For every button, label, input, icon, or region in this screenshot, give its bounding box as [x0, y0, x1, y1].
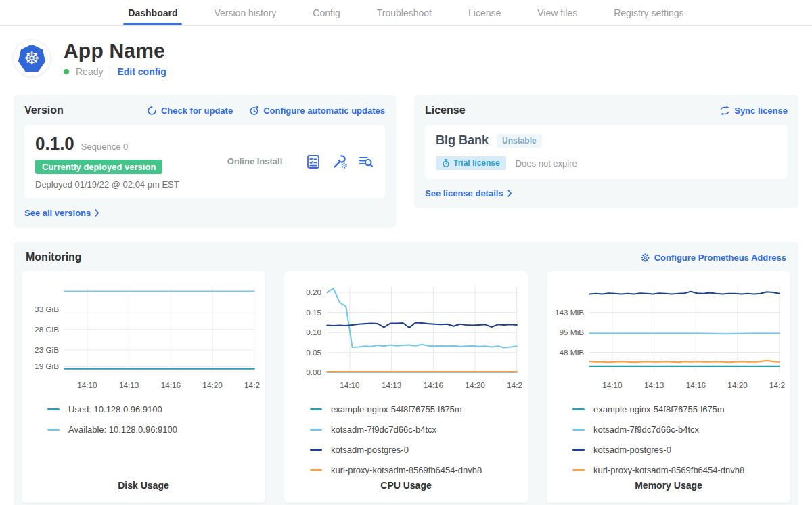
- tab-version-history[interactable]: Version history: [214, 0, 276, 25]
- memory-usage-title: Memory Usage: [552, 480, 785, 495]
- edit-config-link[interactable]: Edit config: [117, 66, 166, 77]
- trial-license-badge: Trial license: [436, 156, 506, 170]
- svg-text:14:20: 14:20: [727, 380, 748, 389]
- tab-license[interactable]: License: [468, 0, 501, 25]
- top-nav: Dashboard Version history Config Trouble…: [0, 0, 812, 26]
- configure-prometheus-button[interactable]: Configure Prometheus Address: [640, 252, 786, 263]
- cpu-usage-chart[interactable]: 0.200.150.100.050.0014:1014:1314:1614:20…: [290, 280, 522, 396]
- license-name: Big Bank: [436, 133, 489, 148]
- legend-item: kotsadm-postgres-0: [572, 445, 785, 455]
- svg-text:143 MiB: 143 MiB: [555, 308, 584, 317]
- memory-usage-chart[interactable]: 143 MiB95 MiB48 MiB14:1014:1314:1614:201…: [552, 280, 785, 396]
- legend-item: Available: 10.128.0.96:9100: [47, 424, 260, 435]
- swap-arrows-icon: [719, 106, 730, 116]
- status-dot-icon: [64, 69, 69, 74]
- legend-swatch: [572, 469, 585, 471]
- svg-text:14:10: 14:10: [602, 380, 623, 389]
- app-header: ☸ App Name Ready Edit config: [14, 39, 798, 77]
- tab-registry-settings[interactable]: Registry settings: [614, 0, 683, 25]
- svg-text:33 GiB: 33 GiB: [35, 305, 59, 313]
- license-expiry: Does not expire: [516, 158, 577, 169]
- page-content: ☸ App Name Ready Edit config Version Che…: [0, 39, 812, 505]
- legend-item: kotsadm-7f9dc7d66c-b4tcx: [572, 424, 785, 435]
- disk-usage-title: Disk Usage: [27, 480, 260, 495]
- legend-label: Available: 10.128.0.96:9100: [68, 424, 177, 435]
- legend-swatch: [310, 469, 322, 471]
- disk-usage-card: 33 GiB28 GiB23 GiB19 GiB14:1014:1314:161…: [22, 271, 265, 503]
- svg-text:14:13: 14:13: [382, 380, 402, 389]
- page-title: App Name: [64, 39, 166, 62]
- legend-label: kotsadm-postgres-0: [593, 445, 671, 455]
- svg-text:14:16: 14:16: [161, 380, 181, 389]
- sync-license-button[interactable]: Sync license: [719, 106, 788, 116]
- chevron-right-icon: [508, 190, 512, 197]
- license-card: License Sync license Big Bank Unstable T…: [414, 95, 798, 208]
- legend-label: example-nginx-54f8f76755-l675m: [593, 404, 725, 414]
- svg-text:0.00: 0.00: [306, 368, 321, 376]
- legend-label: kotsadm-7f9dc7d66c-b4tcx: [593, 424, 699, 435]
- legend-item: kurl-proxy-kotsadm-8569fb6454-dnvh8: [572, 465, 785, 475]
- legend-item: kotsadm-postgres-0: [310, 445, 522, 455]
- legend-label: Used: 10.128.0.96:9100: [68, 404, 162, 414]
- tab-config[interactable]: Config: [313, 0, 340, 25]
- see-all-versions-link[interactable]: See all versions: [24, 208, 99, 218]
- svg-text:14:10: 14:10: [340, 380, 360, 389]
- legend-swatch: [47, 408, 60, 410]
- memory-usage-card: 143 MiB95 MiB48 MiB14:1014:1314:1614:201…: [547, 271, 790, 503]
- configure-automatic-updates-button[interactable]: Configure automatic updates: [249, 106, 385, 116]
- version-card: Version Check for update Configure autom…: [14, 95, 396, 228]
- legend-item: kotsadm-7f9dc7d66c-b4tcx: [310, 424, 522, 435]
- current-version-box: 0.1.0 Sequence 0 Currently deployed vers…: [24, 125, 385, 198]
- charts-row: 33 GiB28 GiB23 GiB19 GiB14:1014:1314:161…: [22, 271, 790, 503]
- svg-text:48 MiB: 48 MiB: [559, 348, 584, 357]
- deploy-logs-icon[interactable]: [358, 154, 374, 170]
- legend-swatch: [310, 408, 322, 410]
- check-for-update-button[interactable]: Check for update: [147, 106, 233, 116]
- clock-refresh-icon: [249, 106, 259, 116]
- cpu-usage-card: 0.200.150.100.050.0014:1014:1314:1614:20…: [284, 271, 528, 503]
- tab-troubleshoot[interactable]: Troubleshoot: [377, 0, 432, 25]
- deployed-timestamp: Deployed 01/19/22 @ 02:04 pm EST: [35, 179, 179, 190]
- divider: [110, 66, 110, 77]
- see-license-details-link[interactable]: See license details: [425, 188, 512, 198]
- svg-text:19 GiB: 19 GiB: [35, 361, 59, 370]
- chart-legend: example-nginx-54f8f76755-l675mkotsadm-7f…: [310, 404, 522, 475]
- channel-badge: Unstable: [497, 134, 542, 148]
- legend-label: kotsadm-postgres-0: [331, 445, 409, 455]
- legend-label: kurl-proxy-kotsadm-8569fb6454-dnvh8: [593, 465, 744, 475]
- tab-view-files[interactable]: View files: [537, 0, 577, 25]
- svg-text:0.20: 0.20: [306, 288, 321, 297]
- refresh-icon: [147, 106, 157, 116]
- svg-text:14:20: 14:20: [202, 380, 223, 389]
- legend-swatch: [310, 429, 322, 431]
- license-box: Big Bank Unstable Trial license Does not…: [425, 125, 788, 179]
- tab-dashboard[interactable]: Dashboard: [128, 0, 177, 25]
- svg-text:14:23: 14:23: [507, 380, 522, 389]
- svg-text:28 GiB: 28 GiB: [35, 325, 59, 334]
- disk-usage-chart[interactable]: 33 GiB28 GiB23 GiB19 GiB14:1014:1314:161…: [27, 280, 260, 396]
- kubernetes-wheel-icon: ☸: [18, 45, 46, 72]
- license-card-title: License: [425, 104, 466, 116]
- chart-legend: Used: 10.128.0.96:9100Available: 10.128.…: [47, 404, 260, 435]
- svg-text:14:10: 14:10: [77, 380, 97, 389]
- version-number: 0.1.0: [35, 133, 74, 154]
- preflight-checks-icon[interactable]: [305, 154, 321, 170]
- install-type-label: Online Install: [204, 156, 305, 167]
- gear-icon: [640, 252, 650, 263]
- svg-text:14:23: 14:23: [244, 380, 260, 389]
- deployed-badge: Currently deployed version: [35, 160, 162, 174]
- version-card-title: Version: [24, 104, 64, 116]
- svg-text:0.05: 0.05: [306, 348, 321, 357]
- legend-label: kurl-proxy-kotsadm-8569fb6454-dnvh8: [331, 465, 482, 475]
- legend-label: example-nginx-54f8f76755-l675m: [331, 404, 462, 414]
- app-logo: ☸: [14, 40, 50, 76]
- legend-item: kurl-proxy-kotsadm-8569fb6454-dnvh8: [310, 465, 522, 475]
- legend-swatch: [572, 449, 585, 451]
- svg-text:14:20: 14:20: [465, 380, 485, 389]
- svg-text:14:16: 14:16: [424, 380, 444, 389]
- edit-config-wrench-icon[interactable]: [332, 154, 348, 170]
- svg-text:0.10: 0.10: [306, 328, 321, 336]
- legend-swatch: [572, 408, 585, 410]
- monitoring-section: Monitoring Configure Prometheus Address …: [14, 242, 798, 505]
- status-badge: Ready: [76, 66, 103, 77]
